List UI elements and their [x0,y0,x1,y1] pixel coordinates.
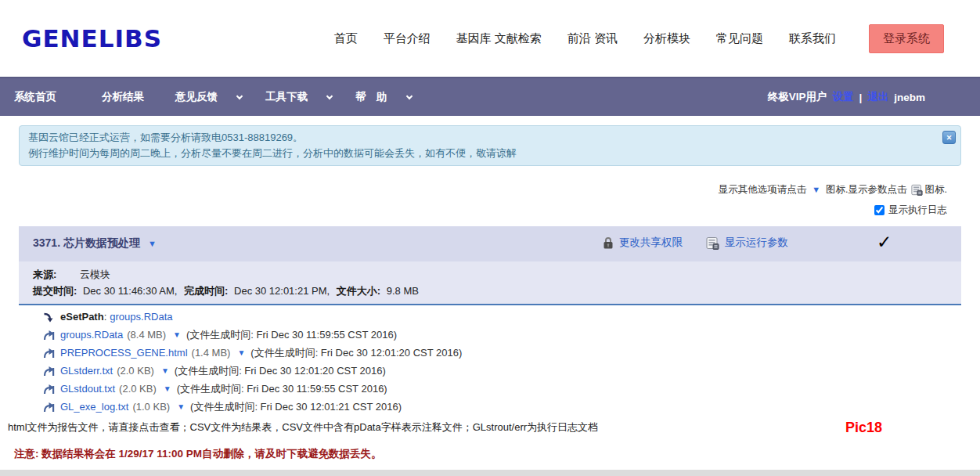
menu-label: 工具下载 [265,90,308,104]
file-row: groups.RData (8.4 MB) ▼ (文件生成时间: Fri Dec… [43,326,980,344]
result-file-list: eSetPath: groups.RData groups.RData (8.4… [0,308,980,416]
task-meta: 来源: 云模块 提交时间: Dec 30 11:46:30 AM, 完成时间: … [19,261,961,305]
file-link[interactable]: PREPROCESS_GENE.html [60,347,188,359]
menu-feedback[interactable]: 意见反馈 [175,90,242,104]
eset-path-link[interactable]: groups.RData [110,311,172,323]
eset-path-label: eSetPath [60,311,104,323]
warning-label: 注意: [14,448,39,460]
file-generated-time: (文件生成时间: Fri Dec 30 12:01:20 CST 2016) [250,346,462,360]
warning-text: 数据结果将会在 1/29/17 11:00 PM自动删除，请及时下载避免数据丢失… [41,448,381,460]
show-params-link[interactable]: 显示运行参数 [725,236,788,250]
footer-divider [0,470,980,476]
eset-separator: : [104,311,107,323]
menu-system-home[interactable]: 系统首页 [14,90,56,104]
file-row: GLstderr.txt (2.0 KB) ▼ (文件生成时间: Fri Dec… [43,362,980,380]
file-link-icon [43,402,55,413]
path-arrow-icon [43,312,55,323]
menu-label: 系统首页 [14,90,56,104]
file-link-icon [43,366,55,377]
eset-path-row: eSetPath: groups.RData [43,308,980,326]
task-title: 3371. 芯片数据预处理 [33,236,140,251]
file-link[interactable]: GL_exe_log.txt [60,401,128,413]
file-row: GLstdout.txt (2.0 KB) ▼ (文件生成时间: Fri Dec… [43,380,980,398]
menu-tools-download[interactable]: 工具下载 [265,90,332,104]
nav-faq[interactable]: 常见问题 [716,31,763,46]
menu-label: 意见反馈 [175,90,218,104]
system-menubar: 系统首页 分析结果 意见反馈 工具下载 帮 助 终极VIP用户 设置 | 退出 … [0,77,980,116]
file-link[interactable]: GLstdout.txt [60,383,115,395]
file-options-triangle-icon[interactable]: ▼ [164,384,171,393]
file-options-triangle-icon[interactable]: ▼ [173,330,181,339]
menu-label: 分析结果 [102,90,144,104]
divider: | [859,92,862,103]
task-panel: 3371. 芯片数据预处理 ▼ 更改共享权限 [19,226,961,305]
lock-icon [603,236,614,250]
nav-frontier-news[interactable]: 前沿 资讯 [567,31,618,46]
source-value: 云模块 [80,269,110,280]
notice-line-2: 例行维护时间为每周的周二晚上，分析尽量不要在周二进行，分析中的数据可能会丢失，如… [28,146,934,161]
hint-text: 显示其他选项请点击 [719,183,807,197]
finish-time-label: 完成时间: [184,285,228,297]
share-permission-link[interactable]: 更改共享权限 [619,236,683,250]
expand-triangle-icon[interactable]: ▼ [148,240,157,248]
nav-contact[interactable]: 联系我们 [789,31,836,46]
show-log-checkbox[interactable] [874,205,885,215]
source-label: 来源: [33,269,56,280]
file-generated-time: (文件生成时间: Fri Dec 30 12:01:21 CST 2016) [190,400,402,414]
file-size: (2.0 KB) [117,365,154,377]
top-navigation: 首页 平台介绍 基因库 文献检索 前沿 资讯 分析模块 常见问题 联系我们 [334,31,836,46]
file-link-icon [43,330,55,341]
username: jnebm [894,92,925,103]
finish-time-value: Dec 30 12:01:21 PM, [234,285,330,297]
submit-time-label: 提交时间: [33,285,77,297]
close-icon[interactable]: ✕ [942,131,956,144]
nav-genelib-literature[interactable]: 基因库 文献检索 [456,31,542,46]
notice-line-1: 基因云馆已经正式运营，如需要分析请致电0531-88819269。 [28,130,934,146]
nav-analysis-modules[interactable]: 分析模块 [643,31,690,46]
file-size: (1.0 KB) [132,401,170,413]
file-size: (1.4 MB) [192,347,231,359]
settings-link[interactable]: 设置 [832,90,853,104]
chevron-down-icon [236,92,243,99]
logout-link[interactable]: 退出 [867,90,888,104]
nav-platform-intro[interactable]: 平台介绍 [384,31,431,46]
file-size-label: 文件大小: [337,285,380,297]
show-log-row: 显示执行日志 [0,204,980,217]
run-params-group: 显示运行参数 [706,236,788,250]
file-generated-time: (文件生成时间: Fri Dec 30 11:59:55 CST 2016) [177,382,387,396]
task-panel-header: 3371. 芯片数据预处理 ▼ 更改共享权限 [19,226,961,261]
file-options-triangle-icon[interactable]: ▼ [161,366,169,375]
file-link-icon [43,348,55,359]
file-link[interactable]: GLstderr.txt [60,365,113,377]
file-options-triangle-icon[interactable]: ▼ [177,402,185,411]
menu-label: 帮 助 [355,90,387,104]
submit-time-value: Dec 30 11:46:30 AM, [83,285,177,297]
params-grid-icon [911,184,923,196]
file-link[interactable]: groups.RData [60,329,123,341]
chevron-down-icon [326,92,333,99]
hint-text: 图标. [925,183,947,197]
user-box: 终极VIP用户 设置 | 退出 jnebm [768,90,925,104]
file-size: (2.0 KB) [119,383,157,395]
dropdown-triangle-icon: ▼ [812,186,820,194]
file-size: (8.4 MB) [127,329,166,341]
done-checkmark-icon: ✓ [877,232,892,253]
pic-label: Pic18 [845,420,882,436]
nav-home[interactable]: 首页 [334,31,358,46]
notice-banner: 基因云馆已经正式运营，如需要分析请致电0531-88819269。 例行维护时间… [19,125,961,166]
file-help-text: html文件为报告文件，请直接点击查看；CSV文件为结果表，CSV文件中含有pD… [8,420,980,435]
menu-help[interactable]: 帮 助 [355,90,412,104]
params-grid-icon [706,236,719,250]
login-button[interactable]: 登录系统 [869,24,944,53]
deletion-warning: 注意: 数据结果将会在 1/29/17 11:00 PM自动删除，请及时下载避免… [14,447,382,461]
file-options-triangle-icon[interactable]: ▼ [237,348,245,357]
show-log-label: 显示执行日志 [888,204,947,217]
page: GENELIBS 首页 平台介绍 基因库 文献检索 前沿 资讯 分析模块 常见问… [0,0,980,476]
file-size-value: 9.8 MB [387,285,419,297]
menu-analysis-results[interactable]: 分析结果 [102,90,144,104]
options-hint: 显示其他选项请点击 ▼ 图标.显示参数点击 图标. [0,183,980,197]
file-row: PREPROCESS_GENE.html (1.4 MB) ▼ (文件生成时间:… [43,344,980,362]
site-header: GENELIBS 首页 平台介绍 基因库 文献检索 前沿 资讯 分析模块 常见问… [0,0,980,77]
genelibs-logo[interactable]: GENELIBS [22,24,162,52]
share-permission-group: 更改共享权限 [603,236,683,250]
